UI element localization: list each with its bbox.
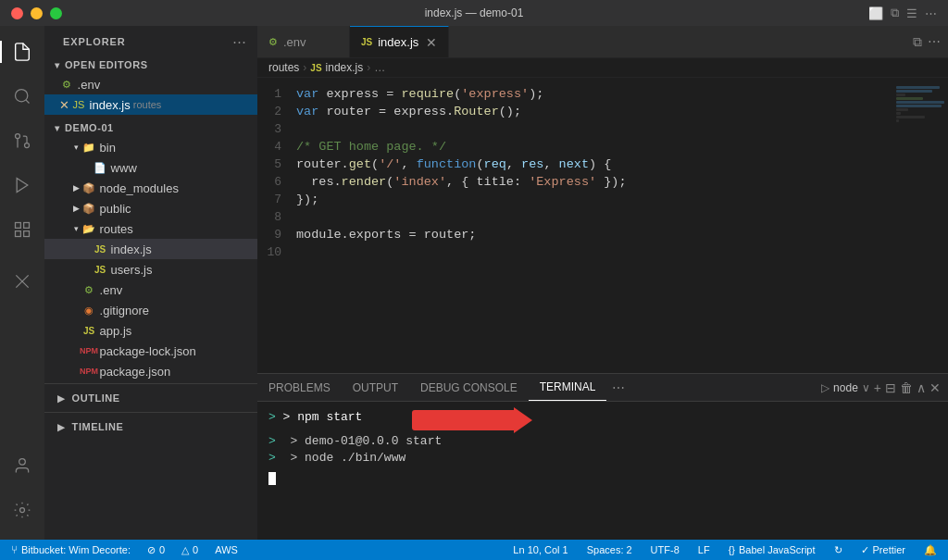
check-icon: ✓ (861, 544, 869, 556)
split-icon[interactable]: ⧉ (891, 6, 899, 20)
status-position[interactable]: Ln 10, Col 1 (509, 540, 571, 560)
code-line-7: 7 }); (257, 191, 892, 208)
file-package-lock[interactable]: NPM package-lock.json (44, 341, 257, 361)
tab-indexjs[interactable]: JS index.js ✕ (350, 26, 449, 57)
activity-bar (0, 26, 44, 540)
split-editor-icon[interactable]: ⧉ (913, 34, 922, 50)
panel-more-icon[interactable]: ⋯ (606, 380, 630, 395)
panel-icon[interactable]: ☰ (906, 6, 917, 20)
tab-close-button[interactable]: ✕ (426, 35, 437, 50)
panel-tab-output[interactable]: OUTPUT (342, 374, 409, 401)
file-env[interactable]: ⚙ .env (44, 280, 257, 300)
routes-icon: 📂 (81, 221, 96, 236)
file-indexjs[interactable]: JS index.js (44, 239, 257, 259)
tab-env-icon: ⚙ (268, 36, 278, 48)
usersjs-icon: JS (93, 262, 107, 277)
activity-extensions[interactable] (0, 207, 44, 252)
timeline-header[interactable]: ▶ Timeline (44, 417, 257, 437)
status-notifications[interactable]: 🔔 (920, 540, 941, 560)
tab-menu-icon[interactable]: ⋯ (928, 34, 941, 49)
terminal-dropdown[interactable]: ∨ (862, 381, 870, 394)
status-bitbucket[interactable]: ⑂ Bitbucket: Wim Decorte: (7, 540, 134, 560)
file-gitignore[interactable]: ◉ .gitignore (44, 300, 257, 320)
demo01-header[interactable]: ▾ Demo-01 (44, 118, 257, 137)
activity-source-control[interactable] (0, 118, 44, 163)
layout-icon[interactable]: ⬜ (868, 6, 883, 20)
close-button[interactable] (11, 7, 23, 19)
node-modules-chevron: ▶ (70, 180, 81, 195)
breadcrumb-sep2: › (367, 61, 370, 74)
activity-search[interactable] (0, 74, 44, 118)
trash-icon[interactable]: 🗑 (900, 380, 913, 395)
code-line-3: 3 (257, 120, 892, 138)
status-prettier[interactable]: ✓ Prettier (857, 540, 909, 560)
status-aws[interactable]: AWS (211, 540, 242, 560)
minimize-button[interactable] (31, 7, 43, 19)
status-spaces[interactable]: Spaces: 2 (583, 540, 636, 560)
tab-bar: ⚙ .env JS index.js ✕ ⧉ ⋯ (257, 26, 948, 58)
outline-label: Outline (72, 392, 120, 404)
title-bar-right-icons: ⬜ ⧉ ☰ ⋯ (868, 6, 937, 20)
status-encoding[interactable]: UTF-8 (647, 540, 683, 560)
breadcrumb-routes[interactable]: routes (268, 61, 299, 74)
terminal-content[interactable]: > > npm start > > demo-01@0.0.0 start > … (257, 402, 948, 540)
file-usersjs[interactable]: JS users.js (44, 259, 257, 280)
folder-node-modules[interactable]: ▶ 📦 node_modules (44, 178, 257, 198)
window-controls (11, 7, 62, 19)
panel-tab-terminal[interactable]: TERMINAL (529, 374, 607, 401)
maximize-panel-icon[interactable]: ∧ (917, 380, 926, 395)
status-eol[interactable]: LF (694, 540, 714, 560)
folder-public-label: public (96, 202, 131, 216)
status-language[interactable]: {} Babel JavaScript (725, 540, 819, 560)
open-editor-indexjs[interactable]: ✕ JS index.js routes (44, 94, 257, 115)
menu-icon[interactable]: ⋯ (925, 6, 937, 20)
indexjs-icon: JS (93, 242, 107, 256)
title-bar: index.js — demo-01 ⬜ ⧉ ☰ ⋯ (0, 0, 948, 26)
breadcrumb-indexjs[interactable]: index.js (326, 61, 364, 74)
folder-public[interactable]: ▶ 📦 public (44, 198, 257, 218)
status-warnings[interactable]: △ 0 (178, 540, 202, 560)
outline-chevron: ▶ (54, 391, 69, 405)
dirty-dot: ✕ (59, 98, 69, 112)
activity-settings[interactable] (0, 488, 44, 532)
prettier-label: Prettier (873, 544, 905, 555)
activity-remote[interactable] (0, 259, 44, 304)
new-file-icon[interactable]: ⋯ (232, 33, 246, 50)
file-appjs-label: app.js (96, 324, 131, 338)
panel-tab-bar: PROBLEMS OUTPUT DEBUG CONSOLE TERMINAL ⋯… (257, 374, 948, 402)
public-chevron: ▶ (70, 201, 81, 216)
status-sync[interactable]: ↻ (830, 540, 846, 560)
panel-tab-problems[interactable]: PROBLEMS (257, 374, 342, 401)
open-editor-env-label: .env (74, 78, 100, 92)
panel-tab-debug[interactable]: DEBUG CONSOLE (409, 374, 529, 401)
breadcrumb-dots[interactable]: … (374, 61, 385, 74)
spaces-label: Spaces: 2 (587, 544, 632, 555)
sidebar-title: Explorer (63, 36, 126, 47)
file-appjs[interactable]: JS app.js (44, 320, 257, 341)
appjs-icon: JS (81, 323, 96, 338)
open-editor-env[interactable]: ⚙ .env (44, 74, 257, 94)
maximize-button[interactable] (50, 7, 62, 19)
tab-indexjs-icon: JS (361, 37, 372, 47)
tab-env[interactable]: ⚙ .env (257, 26, 350, 57)
activity-account[interactable] (0, 443, 44, 488)
activity-files[interactable] (0, 30, 44, 74)
code-line-5: 5 router.get('/', function(req, res, nex… (257, 156, 892, 173)
open-editors-label: Open Editors (65, 59, 148, 70)
file-package[interactable]: NPM package.json (44, 361, 257, 381)
folder-routes[interactable]: ▾ 📂 routes (44, 218, 257, 239)
activity-run[interactable] (0, 163, 44, 207)
tab-bar-actions: ⧉ ⋯ (913, 26, 948, 57)
file-www[interactable]: 📄 www (44, 157, 257, 178)
status-errors[interactable]: ⊘ 0 (143, 540, 168, 560)
outline-header[interactable]: ▶ Outline (44, 388, 257, 408)
bin-chevron: ▾ (70, 140, 81, 155)
activity-bar-bottom (0, 443, 44, 540)
close-panel-icon[interactable]: ✕ (929, 380, 941, 395)
open-editors-header[interactable]: ▾ Open Editors (44, 56, 257, 74)
code-editor[interactable]: 1 var express = require('express'); 2 va… (257, 78, 892, 373)
split-terminal-icon[interactable]: ⊟ (885, 380, 896, 395)
add-terminal-icon[interactable]: + (874, 380, 881, 395)
folder-bin[interactable]: ▾ 📁 bin (44, 137, 257, 157)
tab-env-label: .env (283, 35, 306, 49)
